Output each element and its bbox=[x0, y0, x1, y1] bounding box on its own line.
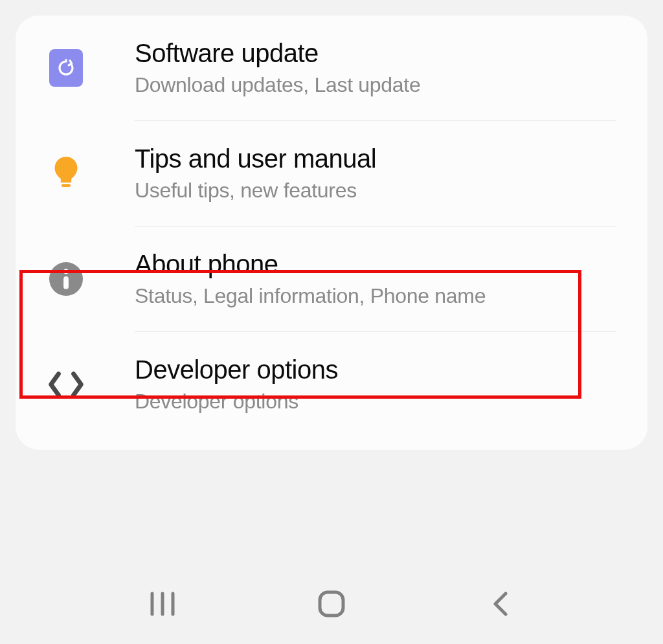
settings-item-developer-options[interactable]: Developer options Developer options bbox=[16, 332, 647, 437]
settings-card: Software update Download updates, Last u… bbox=[16, 16, 647, 450]
info-icon bbox=[47, 260, 85, 298]
nav-back-button[interactable] bbox=[481, 584, 520, 623]
svg-rect-3 bbox=[63, 276, 69, 289]
settings-item-software-update[interactable]: Software update Download updates, Last u… bbox=[16, 16, 647, 120]
settings-item-tips[interactable]: Tips and user manual Useful tips, new fe… bbox=[16, 121, 647, 226]
svg-point-2 bbox=[63, 269, 69, 274]
code-icon bbox=[47, 365, 85, 404]
settings-item-about-phone[interactable]: About phone Status, Legal information, P… bbox=[16, 227, 647, 331]
item-title: Developer options bbox=[135, 355, 628, 384]
navigation-bar bbox=[0, 578, 663, 630]
nav-recents-button[interactable] bbox=[143, 584, 182, 623]
item-title: Software update bbox=[135, 39, 628, 68]
item-title: About phone bbox=[135, 250, 628, 279]
item-subtitle: Download updates, Last update bbox=[135, 73, 628, 97]
nav-home-button[interactable] bbox=[312, 584, 351, 623]
item-subtitle: Developer options bbox=[135, 390, 628, 414]
item-subtitle: Status, Legal information, Phone name bbox=[135, 284, 628, 308]
svg-rect-0 bbox=[62, 184, 71, 187]
item-title: Tips and user manual bbox=[135, 144, 628, 173]
lightbulb-icon bbox=[47, 154, 85, 193]
item-subtitle: Useful tips, new features bbox=[135, 179, 628, 203]
svg-rect-7 bbox=[320, 592, 343, 616]
update-icon bbox=[47, 49, 85, 87]
